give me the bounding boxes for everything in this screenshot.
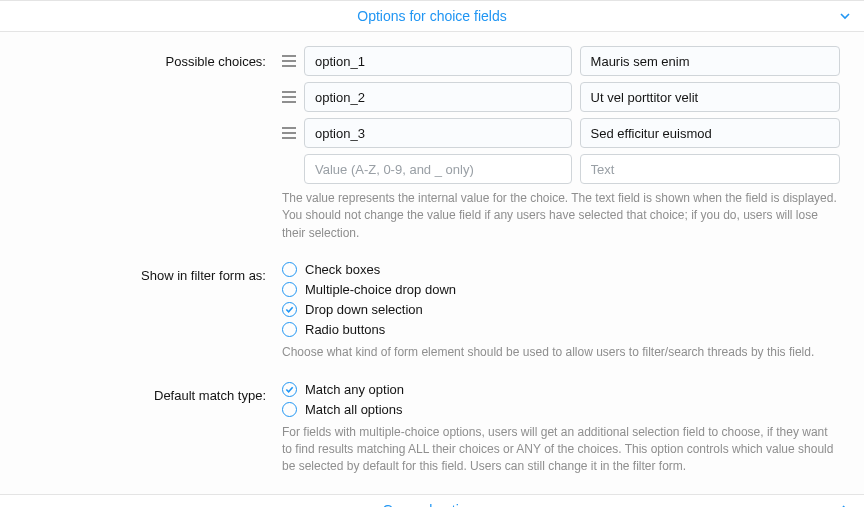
radio-radiobuttons[interactable]: Radio buttons [282, 320, 840, 340]
choice-row [282, 82, 840, 112]
choice-row [282, 118, 840, 148]
choice-value-input[interactable] [304, 46, 572, 76]
help-text: Choose what kind of form element should … [282, 344, 840, 361]
choice-value-input[interactable] [304, 118, 572, 148]
radio-checkboxes[interactable]: Check boxes [282, 260, 840, 280]
match-options-container: Match any option Match all options For f… [282, 380, 864, 476]
label-possible-choices: Possible choices: [0, 46, 282, 242]
choice-text-input[interactable] [580, 118, 840, 148]
drag-handle-icon[interactable] [282, 55, 296, 67]
label-match-type: Default match type: [0, 380, 282, 476]
radio-label: Check boxes [305, 262, 380, 277]
radio-icon [282, 262, 297, 277]
choice-text-input[interactable] [580, 46, 840, 76]
radio-label: Match any option [305, 382, 404, 397]
radio-icon [282, 402, 297, 417]
radio-icon [282, 302, 297, 317]
radio-dropdown[interactable]: Drop down selection [282, 300, 840, 320]
choice-row [282, 46, 840, 76]
radio-multi-dropdown[interactable]: Multiple-choice drop down [282, 280, 840, 300]
chevron-down-icon [840, 11, 850, 21]
choice-value-input[interactable] [304, 82, 572, 112]
possible-choices-container: The value represents the internal value … [282, 46, 864, 242]
radio-icon [282, 322, 297, 337]
drag-handle-icon[interactable] [282, 127, 296, 139]
form-body: Possible choices: [0, 32, 864, 494]
section-header-choice-fields[interactable]: Options for choice fields [0, 0, 864, 32]
radio-label: Drop down selection [305, 302, 423, 317]
help-text: For fields with multiple-choice options,… [282, 424, 840, 476]
label-filter-form: Show in filter form as: [0, 260, 282, 361]
choice-value-input-new[interactable] [304, 154, 572, 184]
section-title: General options [383, 502, 482, 507]
radio-icon [282, 282, 297, 297]
radio-match-any[interactable]: Match any option [282, 380, 840, 400]
choice-text-input[interactable] [580, 82, 840, 112]
radio-icon [282, 382, 297, 397]
drag-handle-icon[interactable] [282, 91, 296, 103]
section-header-general-options[interactable]: General options [0, 494, 864, 507]
filter-options-container: Check boxes Multiple-choice drop down Dr… [282, 260, 864, 361]
section-title: Options for choice fields [357, 8, 506, 24]
choice-row-new [282, 154, 840, 184]
radio-label: Multiple-choice drop down [305, 282, 456, 297]
radio-label: Radio buttons [305, 322, 385, 337]
radio-match-all[interactable]: Match all options [282, 400, 840, 420]
choice-text-input-new[interactable] [580, 154, 840, 184]
radio-label: Match all options [305, 402, 403, 417]
help-text: The value represents the internal value … [282, 190, 840, 242]
